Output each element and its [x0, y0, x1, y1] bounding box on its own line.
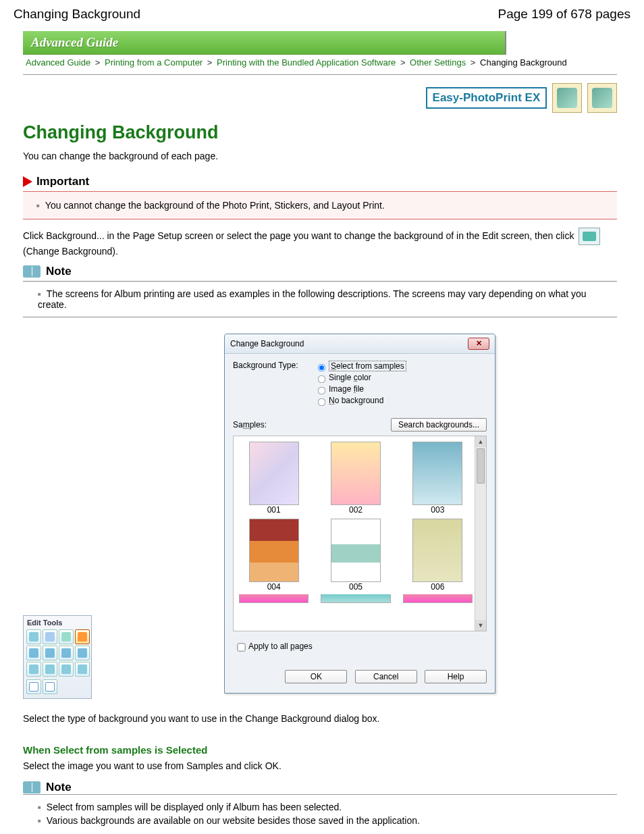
after-dialog-text: Select the type of background you want t… [23, 712, 617, 725]
intro-text: You can change the background of each pa… [23, 150, 617, 163]
change-background-dialog: Change Background ✕ Background Type: Sel… [224, 334, 495, 694]
sample-partial-2[interactable] [321, 594, 390, 603]
sample-001[interactable] [249, 442, 299, 505]
samples-label: Samples: [233, 420, 267, 429]
tool-12[interactable] [75, 662, 90, 677]
samples-scrollbar[interactable]: ▲ ▼ [475, 436, 486, 631]
tool-1[interactable] [26, 629, 41, 644]
note-title: Note [46, 265, 72, 278]
important-flag-icon [23, 176, 32, 187]
dialog-close-button[interactable]: ✕ [468, 338, 489, 350]
guide-banner: Advanced Guide [23, 31, 506, 55]
crumb-bundled-app[interactable]: Printing with the Bundled Application So… [217, 57, 396, 68]
cancel-button[interactable]: Cancel [355, 670, 417, 683]
sample-003-label: 003 [403, 505, 473, 515]
sample-005-label: 005 [321, 582, 390, 592]
samples-list: 001 002 003 004 005 006 [233, 436, 487, 631]
tool-2[interactable] [43, 629, 57, 644]
sample-004[interactable] [249, 519, 299, 582]
page-title: Changing Background [14, 7, 140, 22]
breadcrumb: Advanced Guide > Printing from a Compute… [26, 55, 617, 72]
crumb-printing-computer[interactable]: Printing from a Computer [105, 57, 203, 68]
note-icon [23, 265, 41, 278]
note2-title: Note [46, 781, 72, 794]
crumb-other-settings[interactable]: Other Settings [410, 57, 466, 68]
important-item: You cannot change the background of the … [36, 199, 612, 212]
page-indicator: Page 199 of 678 pages [498, 7, 630, 22]
sample-004-label: 004 [239, 582, 308, 592]
sample-005[interactable] [331, 519, 381, 582]
scroll-thumb[interactable] [477, 448, 485, 484]
note2-item-2: Various backgrounds are available on our… [38, 814, 612, 827]
tool-7[interactable] [59, 646, 74, 660]
note-item: The screens for Album printing are used … [38, 287, 612, 311]
search-backgrounds-button[interactable]: Search backgrounds... [391, 418, 487, 432]
tool-6[interactable] [43, 646, 57, 660]
tool-8[interactable] [75, 646, 90, 660]
heading-main: Changing Background [23, 122, 617, 143]
tool-text-b[interactable] [43, 679, 57, 694]
scroll-up-icon[interactable]: ▲ [475, 436, 486, 447]
tool-text-a[interactable] [26, 679, 41, 694]
tool-10[interactable] [43, 662, 57, 677]
important-title: Important [36, 175, 89, 188]
brand-icon-2 [587, 83, 617, 113]
sample-006-label: 006 [403, 582, 473, 592]
radio-select-samples[interactable]: Select from samples [314, 361, 406, 372]
apply-all-pages-checkbox[interactable]: Apply to all pages [234, 642, 313, 651]
bg-type-label: Background Type: [233, 361, 314, 370]
tool-3[interactable] [59, 629, 74, 644]
change-background-icon [579, 228, 600, 245]
brand-icon-1 [552, 83, 582, 113]
ok-button[interactable]: OK [285, 670, 347, 683]
note-box: The screens for Album printing are used … [23, 281, 617, 317]
note2-item-1: Select from samples will be displayed on… [38, 800, 612, 814]
note-icon [23, 781, 41, 793]
sample-003[interactable] [412, 442, 462, 505]
sample-006[interactable] [412, 519, 462, 582]
instruction-para: Click Background... in the Page Setup sc… [23, 228, 617, 258]
help-button[interactable]: Help [425, 670, 487, 683]
radio-image-file[interactable]: Image file [314, 384, 406, 395]
important-box: You cannot change the background of the … [23, 191, 617, 219]
tool-11[interactable] [59, 662, 74, 677]
tool-change-background[interactable] [75, 629, 90, 644]
section-select-samples-heading: When Select from samples is Selected [23, 744, 617, 756]
tool-9[interactable] [26, 662, 41, 677]
crumb-current: Changing Background [480, 57, 567, 68]
sample-partial-1[interactable] [239, 594, 308, 603]
palette-title: Edit Tools [25, 617, 90, 628]
crumb-advanced-guide[interactable]: Advanced Guide [26, 57, 90, 68]
sample-002[interactable] [331, 442, 381, 505]
sample-001-label: 001 [239, 505, 308, 515]
sample-partial-3[interactable] [403, 594, 473, 603]
brand-badge: Easy-PhotoPrint EX [426, 87, 547, 109]
section-select-samples-text: Select the image you want to use from Sa… [23, 760, 617, 773]
radio-single-color[interactable]: Single color [314, 373, 406, 384]
sample-002-label: 002 [321, 505, 390, 515]
dialog-title: Change Background [230, 339, 304, 348]
scroll-down-icon[interactable]: ▼ [475, 620, 486, 631]
tool-5[interactable] [26, 646, 41, 660]
radio-no-background[interactable]: No background [314, 396, 406, 407]
edit-tools-palette: Edit Tools [23, 615, 92, 699]
